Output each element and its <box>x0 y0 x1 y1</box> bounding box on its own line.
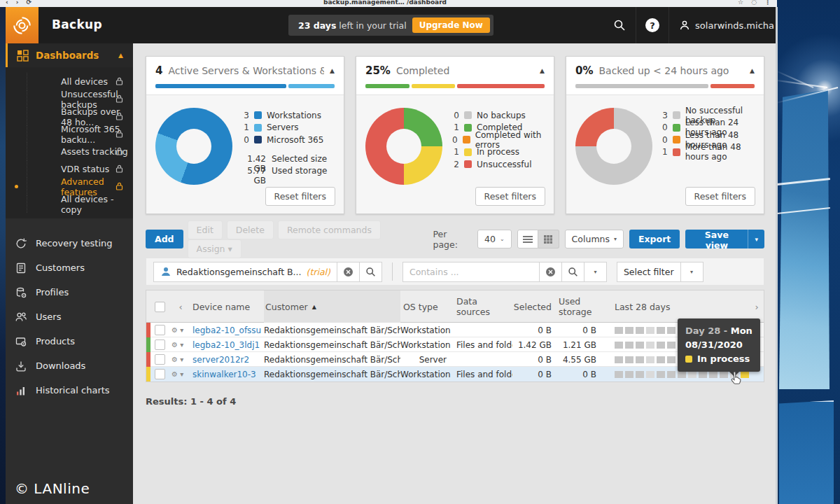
legend-item[interactable]: 1Servers <box>242 122 327 134</box>
device-link[interactable]: skinwalker10-3 <box>192 370 264 379</box>
day-cell[interactable] <box>667 342 676 349</box>
collapse-caret-icon[interactable]: ▲ <box>750 67 755 74</box>
sidebar-item-profiles[interactable]: Profiles <box>6 280 133 304</box>
columns-button[interactable]: Columns▾ <box>565 230 624 248</box>
day-cell[interactable] <box>636 327 644 334</box>
col-os-type[interactable]: OS type <box>400 290 451 323</box>
day-cell[interactable] <box>625 356 634 363</box>
sidebar-subitem-microsoft-365-backu[interactable]: Microsoft 365 backu... <box>27 125 133 143</box>
legend-item[interactable]: 0No backups <box>452 109 547 122</box>
day-cell[interactable] <box>646 356 654 363</box>
sidebar-subitem-all-devices[interactable]: All devices <box>27 73 133 90</box>
text-filter-search-button[interactable] <box>562 262 584 282</box>
day-cell[interactable] <box>667 371 676 378</box>
table-row[interactable]: ⚙ ▾legba2-10_3ldj1Redaktionsgemeinschaft… <box>146 337 764 352</box>
browser-reload-icon[interactable]: ⟳ <box>26 0 32 6</box>
day-cell[interactable] <box>615 371 623 378</box>
browser-url[interactable]: backup.management… /dashboard <box>39 0 731 6</box>
help-button[interactable]: ? <box>636 18 668 32</box>
app-logo[interactable] <box>6 7 38 43</box>
device-actions-button[interactable]: ⚙ ▾ <box>169 370 192 378</box>
select-filter-caret-button[interactable]: ▾ <box>681 262 704 282</box>
sidebar-subitem-vdr-status[interactable]: VDR status <box>27 160 133 178</box>
list-view-button[interactable] <box>517 230 538 248</box>
table-row[interactable]: ⚙ ▾skinwalker10-3Redaktionsgemeinschaft … <box>146 367 764 382</box>
remote-commands-button[interactable]: Remote commands <box>278 220 381 239</box>
sidebar-item-downloads[interactable]: Downloads <box>6 354 133 378</box>
save-view-caret-button[interactable]: ▾ <box>748 230 764 248</box>
add-button[interactable]: Add <box>146 230 183 248</box>
legend-item[interactable]: 2Unsuccessful <box>452 158 547 171</box>
scroll-columns-left-icon[interactable]: ‹ <box>169 290 192 323</box>
day-cell[interactable] <box>636 356 644 363</box>
select-all-checkbox[interactable] <box>155 302 165 312</box>
browser-back-icon[interactable]: ‹ <box>6 0 9 6</box>
collapse-caret-icon[interactable]: ▲ <box>540 67 545 74</box>
sidebar-subitem-backups-over-48-ho[interactable]: Backups over 48 ho... <box>27 108 133 125</box>
day-cell[interactable] <box>657 356 665 363</box>
day-cell[interactable] <box>657 371 665 378</box>
day-cell[interactable] <box>657 342 665 349</box>
sidebar-item-products[interactable]: Products <box>6 329 133 354</box>
user-menu[interactable]: solarwinds.micha <box>669 20 777 31</box>
sidebar-subitem-unsuccessful-backups[interactable]: Unsuccessful backups <box>27 90 133 108</box>
sidebar-item-users[interactable]: Users <box>6 304 133 329</box>
day-cell[interactable] <box>646 327 654 334</box>
row-checkbox[interactable] <box>155 340 165 350</box>
select-filter-button[interactable]: Select filter <box>617 262 681 282</box>
day-cell[interactable] <box>625 371 634 378</box>
reset-filters-button[interactable]: Reset filters <box>475 187 545 206</box>
row-checkbox[interactable] <box>155 369 165 379</box>
delete-button[interactable]: Delete <box>227 220 274 239</box>
col-data-sources[interactable]: Data sources <box>451 290 512 323</box>
text-filter-options-button[interactable]: ▾ <box>584 262 607 282</box>
sidebar-item-recovery-testing[interactable]: Recovery testing <box>6 231 133 255</box>
browser-forward-icon[interactable]: › <box>16 0 20 6</box>
table-row[interactable]: ⚙ ▾server2012r2Redaktionsgemeinschaft Bä… <box>146 352 764 367</box>
contains-input[interactable] <box>402 262 540 282</box>
sidebar-item-historical-charts[interactable]: Historical charts <box>6 378 133 402</box>
sidebar-subitem-assets-tracking[interactable]: Assets tracking <box>27 143 133 160</box>
sidebar-subitem-all-devices-copy[interactable]: All devices - copy <box>27 195 133 213</box>
device-actions-button[interactable]: ⚙ ▾ <box>169 356 192 363</box>
grid-view-button[interactable] <box>538 230 559 248</box>
col-customer[interactable]: Customer▲ <box>264 290 400 323</box>
device-link[interactable]: legba2-10_3ldj1 <box>192 340 264 350</box>
day-cell[interactable] <box>636 371 644 378</box>
day-cell[interactable] <box>646 371 654 378</box>
device-link[interactable]: legba2-10_ofssu <box>192 326 264 335</box>
day-cell[interactable] <box>657 327 665 334</box>
export-button[interactable]: Export <box>629 230 680 248</box>
edit-button[interactable]: Edit <box>188 220 223 239</box>
row-checkbox[interactable] <box>155 325 165 335</box>
sidebar-item-customers[interactable]: Customers <box>6 255 133 280</box>
col-selected[interactable]: Selected <box>512 290 556 323</box>
customer-search-button[interactable] <box>360 262 382 282</box>
day-cell[interactable] <box>615 356 623 363</box>
clear-customer-filter-button[interactable] <box>337 262 360 282</box>
browser-menu-icon[interactable]: ⋮ <box>764 0 771 6</box>
col-used-storage[interactable]: Used storage <box>556 290 601 323</box>
reset-filters-button[interactable]: Reset filters <box>265 187 335 206</box>
day-cell[interactable] <box>667 356 676 363</box>
sidebar-subitem-advanced-features[interactable]: Advanced features <box>27 178 133 195</box>
reset-filters-button[interactable]: Reset filters <box>685 187 755 206</box>
sidebar-item-dashboards[interactable]: Dashboards ▲ <box>6 43 133 67</box>
col-device-name[interactable]: Device name <box>192 290 264 323</box>
legend-item[interactable]: 3Workstations <box>242 109 327 122</box>
day-cell[interactable] <box>636 342 644 349</box>
browser-profile-icon[interactable]: ◌ <box>751 0 757 6</box>
day-cell[interactable] <box>615 342 623 349</box>
header-search-button[interactable] <box>603 19 636 31</box>
device-link[interactable]: server2012r2 <box>192 355 264 365</box>
legend-item[interactable]: 1More than 48 hours ago <box>662 146 757 159</box>
per-page-select[interactable]: 40⌄ <box>477 230 512 248</box>
clear-text-filter-button[interactable] <box>540 262 562 282</box>
table-row[interactable]: ⚙ ▾legba2-10_ofssuRedaktionsgemeinschaft… <box>146 323 764 337</box>
device-actions-button[interactable]: ⚙ ▾ <box>169 326 192 334</box>
device-actions-button[interactable]: ⚙ ▾ <box>169 341 192 349</box>
legend-item[interactable]: 0Completed with errors <box>452 134 547 146</box>
day-cell[interactable] <box>625 327 634 334</box>
customer-filter-value[interactable]: Redaktionsgemeinschaft B... (trial) <box>153 262 337 282</box>
browser-bookmark-icon[interactable]: ☆ <box>738 0 744 6</box>
